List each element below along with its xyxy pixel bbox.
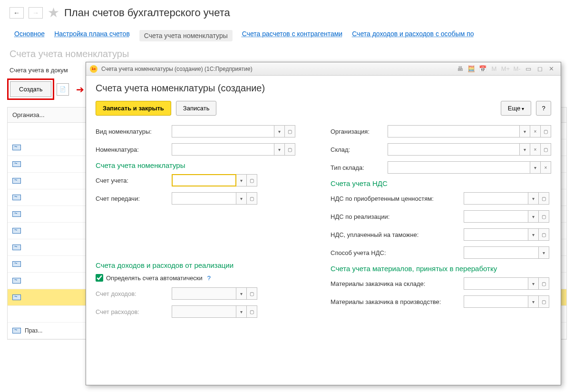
label-org: Организация: — [331, 128, 388, 135]
nav-forward-button[interactable]: → — [29, 7, 43, 19]
input-vid-nom[interactable] — [172, 125, 274, 137]
tab-counterparty-accounts[interactable]: Счета расчетов с контрагентами — [242, 30, 342, 41]
print-icon[interactable]: 🖶 — [455, 64, 465, 74]
label-schet-ucheta: Счет учета: — [96, 177, 172, 184]
dropdown-icon[interactable]: ▾ — [274, 125, 285, 137]
label-sposob-nds: Способ учета НДС: — [331, 249, 464, 256]
open-icon[interactable]: ▢ — [539, 228, 549, 241]
save-close-button[interactable]: Записать и закрыть — [96, 101, 171, 116]
dropdown-icon[interactable]: ▾ — [274, 143, 285, 156]
section-income-expense: Счета доходов и расходов от реализации — [96, 261, 316, 269]
label-sklad: Склад: — [331, 146, 388, 153]
dropdown-icon: ▾ — [236, 305, 247, 318]
help-hint-icon[interactable]: ? — [207, 274, 211, 282]
row-icon — [12, 261, 21, 267]
save-button[interactable]: Записать — [176, 101, 217, 116]
dropdown-icon[interactable]: ▾ — [236, 192, 247, 205]
tab-main[interactable]: Основное — [14, 30, 45, 41]
label-mat-sklad: Материалы заказчика на складе: — [331, 280, 464, 287]
row-icon — [12, 245, 21, 250]
calc-icon[interactable]: 🧮 — [467, 64, 476, 74]
label-vid-nom: Вид номенклатуры: — [96, 128, 172, 135]
dropdown-icon[interactable]: ▾ — [528, 228, 539, 241]
calendar-icon[interactable]: 📅 — [478, 64, 487, 74]
input-mat-sklad[interactable] — [464, 277, 528, 290]
help-button[interactable]: ? — [536, 101, 551, 116]
open-icon[interactable]: ▢ — [541, 143, 551, 156]
row-icon — [12, 228, 21, 234]
input-sklad[interactable] — [388, 143, 520, 156]
dropdown-icon: ▾ — [236, 287, 247, 300]
section-nom-accounts: Счета учета номенклатуры — [96, 161, 316, 169]
label-nds-real: НДС по реализации: — [331, 213, 464, 220]
label-nds-priobr: НДС по приобретенным ценностям: — [331, 195, 464, 202]
tab-bar: Основное Настройка плана счетов Счета уч… — [0, 23, 574, 46]
mplus-icon[interactable]: M+ — [501, 64, 510, 74]
input-tip-sklada[interactable] — [388, 161, 530, 174]
open-icon[interactable]: ▢ — [285, 125, 295, 137]
input-nomenklatura[interactable] — [172, 143, 274, 156]
label-nds-tamozh: НДС, уплаченный на таможне: — [331, 231, 464, 238]
dropdown-icon[interactable]: ▾ — [528, 277, 539, 290]
input-schet-ucheta[interactable] — [172, 174, 236, 186]
checkbox-auto-accounts[interactable] — [96, 274, 103, 282]
more-button[interactable]: Еще — [501, 101, 531, 116]
dropdown-icon[interactable]: ▾ — [236, 174, 247, 186]
open-icon[interactable]: ▢ — [541, 125, 551, 137]
maximize-icon[interactable]: ◻ — [535, 64, 545, 74]
dropdown-icon[interactable]: ▾ — [539, 246, 549, 259]
open-icon[interactable]: ▢ — [539, 277, 549, 290]
section-nds: Счета учета НДС — [331, 179, 551, 187]
input-schet-peredachi[interactable] — [172, 192, 236, 205]
dropdown-icon[interactable]: ▾ — [530, 161, 541, 174]
section-subtitle: Счета учета номенклатуры — [0, 46, 574, 62]
create-highlight: Создать — [7, 78, 54, 100]
clear-icon[interactable]: × — [530, 143, 541, 156]
dropdown-icon[interactable]: ▾ — [528, 192, 539, 205]
tab-nomenclature-accounts[interactable]: Счета учета номенклатуры — [139, 30, 233, 41]
clear-icon[interactable]: × — [541, 161, 551, 174]
open-icon[interactable]: ▢ — [539, 295, 549, 308]
label-schet-peredachi: Счет передачи: — [96, 195, 172, 202]
dropdown-icon[interactable]: ▾ — [528, 295, 539, 308]
label-schet-dohodov: Счет доходов: — [96, 290, 172, 297]
row-icon — [12, 195, 21, 200]
create-copy-button[interactable]: 📄 — [57, 83, 69, 96]
open-icon[interactable]: ▢ — [247, 174, 257, 186]
dialog-titlebar-text: Счета учета номенклатуры (создание) (1С:… — [101, 66, 253, 72]
input-nds-tamozh[interactable] — [464, 228, 528, 241]
input-mat-proizv[interactable] — [464, 295, 528, 308]
minimize-icon[interactable]: ▭ — [524, 64, 533, 74]
create-button[interactable]: Создать — [10, 81, 51, 97]
input-nds-priobr[interactable] — [464, 192, 528, 205]
open-icon[interactable]: ▢ — [285, 143, 295, 156]
open-icon[interactable]: ▢ — [247, 192, 257, 205]
close-icon[interactable]: ✕ — [546, 64, 556, 74]
open-icon[interactable]: ▢ — [539, 210, 549, 223]
arrow-annotation-icon: ➔ — [76, 84, 84, 95]
dialog-window: 1c Счета учета номенклатуры (создание) (… — [86, 62, 561, 385]
dialog-titlebar[interactable]: 1c Счета учета номенклатуры (создание) (… — [86, 62, 561, 76]
dropdown-icon[interactable]: ▾ — [520, 125, 530, 137]
dropdown-icon[interactable]: ▾ — [528, 210, 539, 223]
favorite-star-icon[interactable]: ★ — [48, 5, 59, 20]
clear-icon[interactable]: × — [530, 125, 541, 137]
label-mat-proizv: Материалы заказчика в производстве: — [331, 298, 464, 305]
row-icon — [12, 211, 21, 217]
mminus-icon[interactable]: M- — [512, 64, 522, 74]
row-icon — [12, 161, 21, 167]
row-icon — [12, 278, 21, 284]
open-icon[interactable]: ▢ — [539, 192, 549, 205]
input-org[interactable] — [388, 125, 520, 137]
row-icon — [12, 294, 21, 300]
label-schet-rashodov: Счет расходов: — [96, 308, 172, 315]
m-icon[interactable]: M — [489, 64, 499, 74]
tab-income-expense[interactable]: Счета доходов и расходов с особым по — [352, 30, 474, 41]
row-label: Праз... — [25, 327, 42, 334]
nav-back-button[interactable]: ← — [10, 7, 24, 19]
dropdown-icon[interactable]: ▾ — [520, 143, 530, 156]
input-nds-real[interactable] — [464, 210, 528, 223]
input-sposob-nds[interactable] — [464, 246, 539, 259]
tab-plan-settings[interactable]: Настройка плана счетов — [54, 30, 130, 41]
label-nomenklatura: Номенклатура: — [96, 146, 172, 153]
